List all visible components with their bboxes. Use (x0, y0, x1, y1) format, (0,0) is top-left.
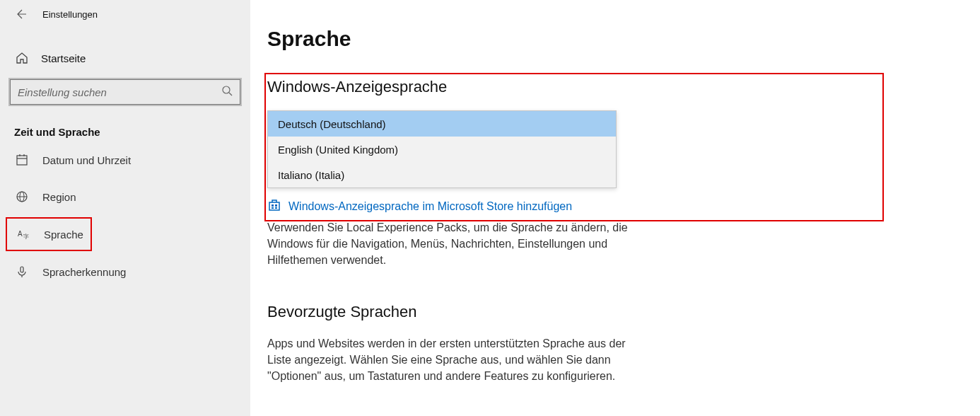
display-language-description: Verwenden Sie Local Experience Packs, um… (267, 219, 628, 269)
app-title: Einstellungen (42, 9, 98, 20)
main-content: Sprache Windows-Anzeigesprache Deutsch (… (250, 0, 980, 416)
search-box[interactable] (10, 79, 240, 105)
section-title: Zeit und Sprache (14, 126, 250, 138)
nav-label: Datum und Uhrzeit (42, 154, 131, 166)
back-button[interactable] (10, 3, 33, 25)
svg-rect-11 (21, 267, 23, 272)
language-dropdown[interactable]: Deutsch (Deutschland) English (United Ki… (267, 110, 617, 188)
globe-icon (14, 190, 30, 203)
svg-rect-15 (275, 204, 277, 207)
back-arrow-icon (16, 8, 27, 20)
nav-item-region[interactable]: Region (0, 180, 250, 213)
page-title: Sprache (267, 27, 952, 51)
nav-item-date-time[interactable]: Datum und Uhrzeit (0, 144, 250, 176)
nav-label: Sprache (44, 229, 83, 241)
language-option[interactable]: English (United Kingdom) (268, 137, 616, 162)
store-icon (267, 198, 281, 215)
nav-label: Region (42, 191, 76, 203)
svg-rect-13 (269, 202, 279, 210)
language-option[interactable]: Italiano (Italia) (268, 162, 616, 187)
sidebar: Einstellungen Startseite Zeit und Sprach… (0, 0, 250, 416)
home-icon (14, 52, 30, 64)
store-link-text: Windows-Anzeigesprache im Microsoft Stor… (288, 200, 572, 213)
preferred-languages-heading: Bevorzugte Sprachen (267, 303, 952, 321)
nav-label: Spracherkennung (42, 266, 126, 278)
titlebar: Einstellungen (0, 0, 250, 28)
home-nav[interactable]: Startseite (0, 41, 250, 75)
home-label: Startseite (41, 52, 86, 64)
microphone-icon (14, 265, 30, 278)
svg-rect-2 (17, 156, 27, 165)
svg-rect-16 (272, 207, 274, 209)
nav-item-speech[interactable]: Spracherkennung (0, 255, 250, 288)
search-input[interactable] (18, 86, 221, 98)
svg-point-0 (223, 86, 230, 93)
preferred-languages-description: Apps und Websites werden in der ersten u… (267, 335, 628, 385)
svg-text:A: A (18, 230, 23, 238)
language-option[interactable]: Deutsch (Deutschland) (268, 111, 616, 137)
svg-rect-14 (272, 204, 274, 207)
search-icon (221, 85, 233, 99)
svg-line-1 (229, 93, 232, 96)
add-language-store-link[interactable]: Windows-Anzeigesprache im Microsoft Stor… (267, 198, 952, 215)
svg-rect-17 (275, 207, 277, 209)
nav-item-language[interactable]: A 字 Sprache (6, 217, 92, 251)
svg-text:字: 字 (23, 233, 29, 240)
display-language-heading: Windows-Anzeigesprache (267, 78, 952, 96)
language-icon: A 字 (16, 228, 31, 241)
calendar-icon (14, 154, 30, 166)
